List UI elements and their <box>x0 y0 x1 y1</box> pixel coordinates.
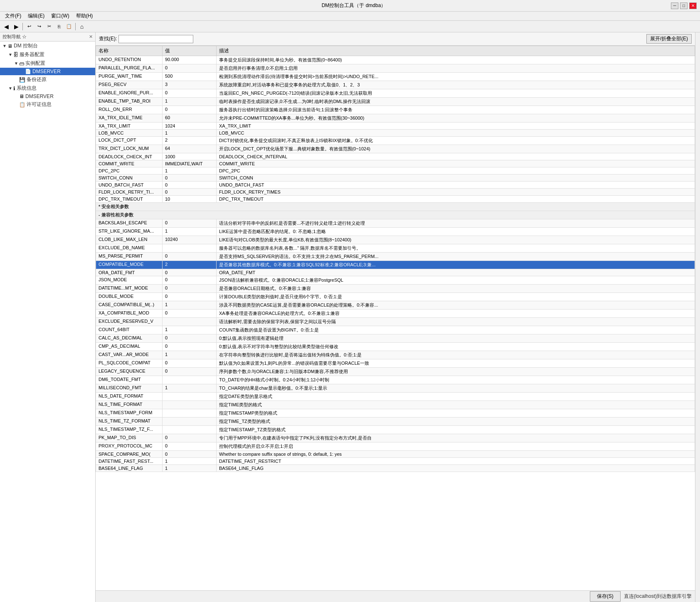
cell-param-value[interactable] <box>163 376 217 384</box>
table-row[interactable]: PARALLEL_PURGE_FLA...0是否启用并行事务清理,0:不启用;1… <box>96 64 695 73</box>
cell-param-value[interactable]: 0 <box>163 334 217 343</box>
cell-param-value[interactable]: 0 <box>163 285 217 293</box>
cell-param-value[interactable]: 10 <box>163 196 217 203</box>
cell-param-value[interactable] <box>163 318 217 326</box>
paste-button[interactable]: 📋 <box>64 22 74 31</box>
table-row[interactable]: DPC_2PC1DPC_2PC <box>96 167 695 174</box>
table-row[interactable]: SWITCH_CONN0SWITCH_CONN <box>96 174 695 182</box>
table-row[interactable]: MILLISECOND_FMT1TO_CHAR的结果是char显示毫秒值。0:不… <box>96 384 695 393</box>
table-row[interactable]: COUNT_64BIT1COUNT集函数的值是否设置为BIGINT。0:否;1:… <box>96 326 695 334</box>
cell-param-value[interactable]: 1024 <box>163 123 217 130</box>
search-input[interactable] <box>118 35 193 43</box>
table-row[interactable]: NLS_DATE_FORMAT指定DATE类型的显示格式 <box>96 393 695 401</box>
table-row[interactable]: COMPATIBLE_MODE2是否兼容其他数据库模式。0:不兼容;1:兼容SQ… <box>96 261 695 269</box>
forward-button[interactable]: ▶ <box>12 22 21 31</box>
cell-param-value[interactable]: 90.000 <box>163 56 217 64</box>
tree-toggle-dm[interactable]: ▼ <box>2 44 7 48</box>
cell-param-value[interactable]: 1 <box>163 130 217 137</box>
cell-param-value[interactable]: 1 <box>163 458 217 465</box>
table-row[interactable]: JSON_MODE0JSON语法解析兼容模式。0:兼容ORACLE;1:兼容Po… <box>96 276 695 285</box>
table-row[interactable]: ENABLE_IGNORE_PUR...0当返回EC_RN_NREC_PURGE… <box>96 89 695 98</box>
table-row[interactable]: NLS_TIME_TZ_FORMAT指定TIME_TZ类型的格式 <box>96 418 695 426</box>
tree-item-dmserver2[interactable]: 🖥 DMSERVER <box>0 93 95 100</box>
tree-toggle-instance[interactable]: ▼ <box>13 61 19 66</box>
table-row[interactable]: DATETIME...MT_MODE0是否兼容ORACLE日期格式。0:不兼容;… <box>96 285 695 293</box>
table-row[interactable]: CLOB_LIKE_MAX_LEN10240LIKE语句对CLOB类型的最大长度… <box>96 236 695 244</box>
save-button[interactable]: 保存(S) <box>590 591 621 602</box>
cell-param-value[interactable]: 0 <box>163 253 217 261</box>
menu-window[interactable]: 窗口(W) <box>48 12 72 20</box>
cell-param-value[interactable] <box>163 409 217 418</box>
redo-button[interactable]: ↪ <box>35 22 44 31</box>
table-row[interactable]: UNDO_RETENTION90.000事务提交后回滚段保持时间,单位为秒。有效… <box>96 56 695 64</box>
cell-param-value[interactable]: 0 <box>163 189 217 196</box>
table-row[interactable]: CAST_VAR...AR_MODE1在字符串向整型转换进行比较时,是否将溢出值… <box>96 351 695 359</box>
table-row[interactable]: DEADLOCK_CHECK_INT1000DEADLOCK_CHECK_INT… <box>96 153 695 160</box>
cell-param-value[interactable]: 0 <box>163 219 217 228</box>
table-row[interactable]: PROXY_PROTOCOL_MC0控制代理模式的开启;0:不开启;1:开启 <box>96 442 695 451</box>
table-row[interactable]: CMP_AS_DECIMAL00:默认值,表示不对字符串与整型的比较结果类型做任… <box>96 343 695 351</box>
table-row[interactable]: TRX_DICT_LOCK_NUM64开启LOCK_DICT_OPT优化场景下服… <box>96 145 695 153</box>
cell-param-value[interactable] <box>163 426 217 434</box>
panel-close-button[interactable]: ✕ <box>89 34 93 39</box>
cell-param-value[interactable] <box>163 418 217 426</box>
table-row[interactable]: XA_TRX_LIMIT1024XA_TRX_LIMIT <box>96 123 695 130</box>
tree-item-license[interactable]: 📋 许可证信息 <box>0 100 95 109</box>
table-row[interactable]: FLDR_LOCK_RETRY_TI...0FLDR_LOCK_RETRY_TI… <box>96 189 695 196</box>
table-row[interactable]: LOCK_DICT_OPT2DICT封锁优化,事务提交或回滚时,不真正释放表上I… <box>96 137 695 145</box>
cell-param-value[interactable]: 1 <box>163 301 217 310</box>
tree-item-backup[interactable]: 💾 备份还原 <box>0 75 95 84</box>
table-row[interactable]: PL_SQLCODE_COMPAT0默认值为0;如果设置为1,则PL的异常...… <box>96 359 695 368</box>
table-row[interactable]: PURGE_WAIT_TIME500检测到系统清理动作滞后(待清理事务提交时间>… <box>96 73 695 81</box>
tree-item-dmserver[interactable]: 📄 DMSERVER <box>0 68 95 75</box>
back-button[interactable]: ◀ <box>2 22 11 31</box>
table-row[interactable]: COMMIT_WRITEIMMEDIATE,WAITCOMMIT_WRITE <box>96 160 695 167</box>
cell-param-value[interactable]: 1 <box>163 228 217 236</box>
cell-param-value[interactable]: 1 <box>163 326 217 334</box>
cell-param-value[interactable]: 0 <box>163 276 217 285</box>
cell-param-value[interactable] <box>163 401 217 409</box>
cell-param-value[interactable]: 0 <box>163 442 217 451</box>
cell-param-value[interactable]: 60 <box>163 114 217 123</box>
maximize-button[interactable]: □ <box>680 2 688 9</box>
cell-param-value[interactable]: 0 <box>163 359 217 368</box>
cell-param-value[interactable]: 0 <box>163 293 217 301</box>
table-row[interactable]: LEGACY_SEQUENCE0序列参数个数,0:与ORACLE兼容;1:与旧版… <box>96 368 695 376</box>
tree-item-dm[interactable]: ▼ 🖥 DM 控制台 <box>0 42 95 50</box>
table-row[interactable]: DPC_TRX_TIMEOUT10DPC_TRX_TIMEOUT <box>96 196 695 203</box>
table-row[interactable]: LOB_MVCC1LOB_MVCC <box>96 130 695 137</box>
cell-param-value[interactable]: 10240 <box>163 236 217 244</box>
right-scrollbar[interactable] <box>695 32 700 602</box>
home-button[interactable]: ⌂ <box>77 22 86 31</box>
table-row[interactable]: STR_LIKE_IGNORE_MA...1LIKE运算中是否忽略匹配串的结尾。… <box>96 228 695 236</box>
cell-param-value[interactable]: 0 <box>163 343 217 351</box>
cell-param-value[interactable]: IMMEDIATE,WAIT <box>163 160 217 167</box>
table-row[interactable]: ROLL_ON_ERR0服务器执行出错时的回滚策略选择;0:回滚当前语句;1:回… <box>96 106 695 114</box>
table-row[interactable]: SPACE_COMPARE_MO(0Whether to compare suf… <box>96 451 695 458</box>
expand-collapse-button[interactable]: 展开/折叠全部(E) <box>646 34 692 44</box>
table-row[interactable]: DM6_TODATE_FMTTO_DATE中的HH格式小时制。0:24小时制;1… <box>96 376 695 384</box>
table-row[interactable]: NLS_TIMESTAMP_TZ_F...指定TIMESTAMP_TZ类型的格式 <box>96 426 695 434</box>
cell-param-value[interactable]: 0 <box>163 182 217 189</box>
table-row[interactable]: BACKSLASH_ESCAPE0语法分析对字符串中的反斜杠是否需要...不进行… <box>96 219 695 228</box>
cell-param-value[interactable]: 2 <box>163 261 217 269</box>
table-row[interactable]: UNDO_BATCH_FAST0UNDO_BATCH_FAST <box>96 182 695 189</box>
menu-edit[interactable]: 编辑(E) <box>25 12 48 20</box>
cell-param-value[interactable] <box>163 393 217 401</box>
undo-button[interactable]: ↩ <box>25 22 34 31</box>
cell-param-value[interactable]: 0 <box>163 269 217 276</box>
tree-item-instance-config[interactable]: ▼ 🗃 实例配置 <box>0 59 95 68</box>
cell-param-value[interactable]: 1000 <box>163 153 217 160</box>
cell-param-value[interactable]: 0 <box>163 64 217 73</box>
table-row[interactable]: DATETIME_FAST_REST...1DATETIME_FAST_REST… <box>96 458 695 465</box>
table-row[interactable]: MS_PARSE_PERMIT0是否支持MS_SQLSERVER的语法。0:不支… <box>96 253 695 261</box>
cell-param-value[interactable]: 1 <box>163 98 217 106</box>
table-row[interactable]: CASE_COMPATIBLE_M(..)1涉及不同数据类型的CASE运算,是否… <box>96 301 695 310</box>
tree-toggle-server[interactable]: ▼ <box>7 52 13 57</box>
table-row[interactable]: XA_COMPATIBLE_MOD0XA事务处理是否兼容ORACLE的处理方式。… <box>96 310 695 318</box>
tree-item-server-config[interactable]: ▼ 🗄 服务器配置 <box>0 50 95 59</box>
cell-param-value[interactable]: 0 <box>163 106 217 114</box>
cell-param-value[interactable]: 1 <box>163 351 217 359</box>
cell-param-value[interactable]: 1 <box>163 465 217 472</box>
cell-param-value[interactable]: 0 <box>163 451 217 458</box>
